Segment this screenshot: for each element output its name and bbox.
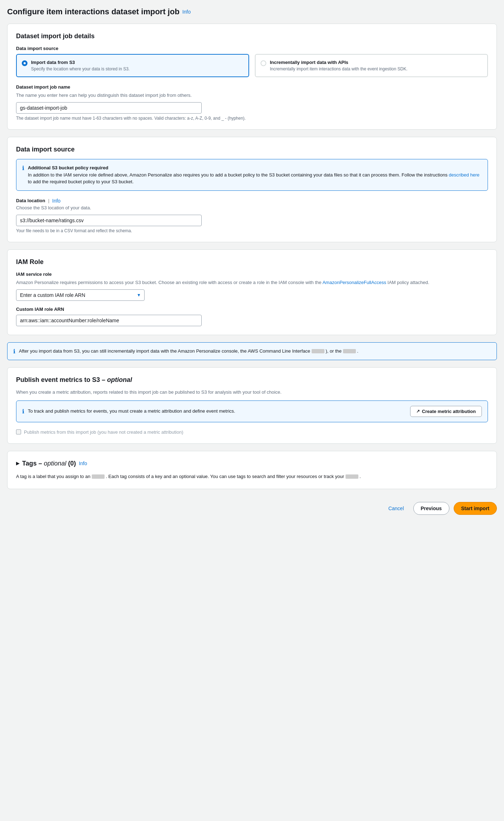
publish-metrics-card: Publish event metrics to S3 – optional W… xyxy=(7,367,497,444)
data-location-hint: Choose the S3 location of your data. xyxy=(16,205,488,210)
dataset-import-job-title: Dataset import job details xyxy=(16,33,488,40)
custom-iam-label: Custom IAM role ARN xyxy=(16,307,488,312)
data-location-info-link[interactable]: Info xyxy=(52,198,60,204)
cancel-button[interactable]: Cancel xyxy=(383,503,409,514)
s3-policy-info-box: ℹ Additional S3 bucket policy required I… xyxy=(16,159,488,191)
iam-policy-link[interactable]: AmazonPersonalizeFullAccess xyxy=(322,280,386,285)
banner-text1: After you import data from S3, you can s… xyxy=(19,348,310,354)
previous-button[interactable]: Previous xyxy=(413,502,449,515)
metric-attribution-info-box: ℹ To track and publish metrics for event… xyxy=(16,400,488,422)
tags-chevron-icon[interactable]: ▶ xyxy=(16,461,19,466)
job-name-input[interactable] xyxy=(16,102,202,114)
metric-info-icon: ℹ xyxy=(22,408,24,415)
publish-metrics-checkbox-label: Publish metrics from this import job (yo… xyxy=(24,429,183,435)
tags-card-title: ▶ Tags – optional (0) Info xyxy=(16,460,488,467)
data-import-source-title: Data import source xyxy=(16,146,488,153)
job-name-validation: The dataset import job name must have 1-… xyxy=(16,116,488,121)
info-box-title: Additional S3 bucket policy required xyxy=(28,165,108,170)
publish-metrics-title: Publish event metrics to S3 – optional xyxy=(16,376,488,384)
tags-redacted1 xyxy=(92,474,105,479)
tags-info-link[interactable]: Info xyxy=(79,461,87,466)
banner-text2: ), or the xyxy=(326,348,342,354)
data-import-source-label: Data import source xyxy=(16,46,488,51)
data-location-label: Data location | Info xyxy=(16,198,488,204)
api-option-desc: Incrementally import item interactions d… xyxy=(270,66,408,71)
iam-role-card: IAM Role IAM service role Amazon Persona… xyxy=(7,249,497,335)
publish-metrics-checkbox-row: Publish metrics from this import job (yo… xyxy=(16,429,488,435)
banner-text3: . xyxy=(357,348,358,354)
import-from-s3-option[interactable]: Import data from S3 Specify the location… xyxy=(16,54,249,77)
iam-role-dropdown-wrapper: Enter a custom IAM role ARN ▼ xyxy=(16,289,145,301)
described-here-link[interactable]: described here xyxy=(449,172,479,178)
publish-metrics-checkbox[interactable] xyxy=(16,429,21,434)
api-option-title: Incrementally import data with APIs xyxy=(270,60,408,65)
info-circle-icon: ℹ xyxy=(22,165,24,171)
page-title: Configure item interactions dataset impo… xyxy=(7,7,180,16)
import-source-radio-group: Import data from S3 Specify the location… xyxy=(16,54,488,77)
dataset-import-job-card: Dataset import job details Data import s… xyxy=(7,24,497,130)
tags-description: A tag is a label that you assign to an .… xyxy=(16,473,488,481)
tags-card: ▶ Tags – optional (0) Info A tag is a la… xyxy=(7,451,497,489)
iam-role-title: IAM Role xyxy=(16,258,488,266)
iam-service-role-desc: Amazon Personalize requires permissions … xyxy=(16,280,488,285)
s3-option-desc: Specify the location where your data is … xyxy=(31,66,130,71)
iam-service-role-label: IAM service role xyxy=(16,272,488,277)
custom-iam-input[interactable] xyxy=(16,315,202,326)
metric-info-text: To track and publish metrics for events,… xyxy=(28,408,235,415)
api-radio-icon xyxy=(261,60,266,66)
iam-role-dropdown[interactable]: Enter a custom IAM role ARN xyxy=(16,289,145,301)
create-metric-attribution-button[interactable]: ↗ Create metric attribution xyxy=(410,406,482,417)
incremental-import-banner: ℹ After you import data from S3, you can… xyxy=(7,342,497,360)
external-link-icon: ↗ xyxy=(416,409,420,414)
info-box-text2: to add the required bucket policy to you… xyxy=(28,179,133,184)
info-box-text1: In addition to the IAM service role defi… xyxy=(28,172,448,178)
page-header: Configure item interactions dataset impo… xyxy=(7,7,497,16)
redacted-cli xyxy=(312,349,324,353)
job-name-label: Dataset import job name xyxy=(16,84,488,90)
start-import-button[interactable]: Start import xyxy=(454,502,497,515)
tags-redacted2 xyxy=(346,474,358,479)
page-info-link[interactable]: Info xyxy=(182,9,191,15)
import-with-api-option[interactable]: Incrementally import data with APIs Incr… xyxy=(255,54,488,77)
data-import-source-card: Data import source ℹ Additional S3 bucke… xyxy=(7,137,497,242)
data-location-input[interactable] xyxy=(16,215,202,226)
job-name-hint: The name you enter here can help you dis… xyxy=(16,93,488,98)
s3-option-title: Import data from S3 xyxy=(31,60,130,65)
publish-metrics-desc: When you create a metric attribution, re… xyxy=(16,389,488,395)
banner-info-icon: ℹ xyxy=(13,348,15,355)
redacted-sdks xyxy=(343,349,356,353)
footer-actions: Cancel Previous Start import xyxy=(7,496,497,521)
s3-radio-icon xyxy=(22,60,27,66)
data-location-validation: Your file needs to be in a CSV format an… xyxy=(16,228,488,233)
